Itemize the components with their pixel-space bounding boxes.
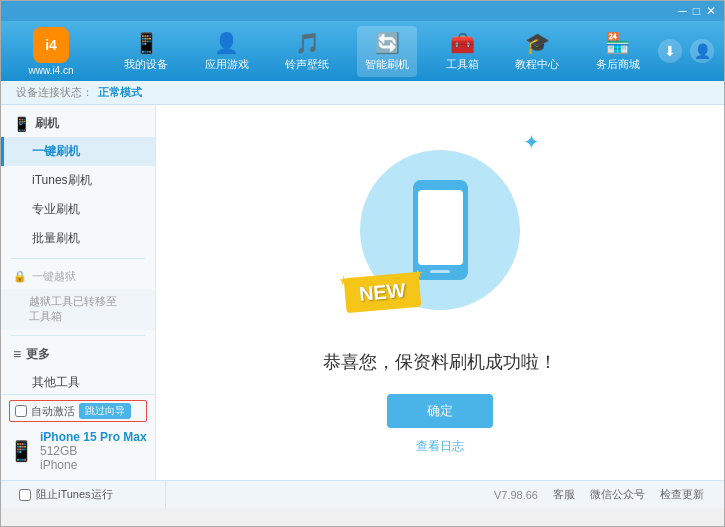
device-type: iPhone bbox=[40, 458, 147, 472]
download-button[interactable]: ⬇ bbox=[658, 39, 682, 63]
sidebar-divider-2 bbox=[11, 335, 145, 336]
nav-ringtones[interactable]: 🎵 铃声壁纸 bbox=[277, 26, 337, 77]
more-section-icon: ≡ bbox=[13, 346, 21, 362]
device-phone-icon: 📱 bbox=[9, 439, 34, 463]
phone-home-button bbox=[430, 270, 450, 273]
success-illustration: NEW ✦ bbox=[340, 130, 540, 330]
sidebar-divider-1 bbox=[11, 258, 145, 259]
smart-flash-icon: 🔄 bbox=[375, 31, 400, 55]
auto-activate-label: 自动激活 bbox=[31, 404, 75, 419]
maximize-icon[interactable]: □ bbox=[693, 4, 700, 18]
tutorial-icon: 🎓 bbox=[525, 31, 550, 55]
my-device-icon: 📱 bbox=[134, 31, 159, 55]
status-bar: 设备连接状态： 正常模式 bbox=[1, 81, 724, 105]
view-log-link[interactable]: 查看日志 bbox=[416, 438, 464, 455]
window-titlebar: ─ □ ✕ bbox=[1, 1, 724, 21]
sidebar-more-title: ≡ 更多 bbox=[1, 341, 155, 368]
sidebar-jailbreak-note: 越狱工具已转移至工具箱 bbox=[1, 289, 155, 330]
business-icon: 🏪 bbox=[605, 31, 630, 55]
window-controls: ─ □ ✕ bbox=[678, 4, 716, 18]
sidebar-jailbreak-disabled: 🔒 一键越狱 bbox=[1, 264, 155, 289]
logo-icon: i4 bbox=[33, 27, 69, 63]
skip-guide-button[interactable]: 跳过向导 bbox=[79, 403, 131, 419]
sidebar-device-section: 自动激活 跳过向导 📱 iPhone 15 Pro Max 512GB iPho… bbox=[1, 394, 155, 480]
device-info-row: 📱 iPhone 15 Pro Max 512GB iPhone bbox=[9, 427, 147, 475]
header-right: ⬇ 👤 bbox=[658, 39, 714, 63]
content-area: NEW ✦ 恭喜您，保资料刷机成功啦！ 确定 查看日志 bbox=[156, 105, 724, 480]
phone-body bbox=[413, 180, 468, 280]
nav-smart-flash[interactable]: 🔄 智能刷机 bbox=[357, 26, 417, 77]
nav-bar: 📱 我的设备 👤 应用游戏 🎵 铃声壁纸 🔄 智能刷机 🧰 工具箱 bbox=[106, 26, 658, 77]
close-icon[interactable]: ✕ bbox=[706, 4, 716, 18]
nav-toolbox[interactable]: 🧰 工具箱 bbox=[438, 26, 487, 77]
nav-my-device[interactable]: 📱 我的设备 bbox=[116, 26, 176, 77]
ringtones-icon: 🎵 bbox=[295, 31, 320, 55]
logo: i4 www.i4.cn bbox=[11, 27, 91, 76]
minimize-icon[interactable]: ─ bbox=[678, 4, 687, 18]
nav-tutorial[interactable]: 🎓 教程中心 bbox=[507, 26, 567, 77]
device-storage: 512GB bbox=[40, 444, 147, 458]
wechat-public-link[interactable]: 微信公众号 bbox=[590, 487, 645, 502]
sidebar-one-key-flash[interactable]: 一键刷机 bbox=[1, 137, 155, 166]
sidebar: 📱 刷机 一键刷机 iTunes刷机 专业刷机 批量刷机 bbox=[1, 105, 156, 480]
sparkles-decoration: ✦ bbox=[523, 130, 540, 154]
stop-itunes-label: 阻止iTunes运行 bbox=[36, 487, 113, 502]
phone-screen bbox=[418, 190, 463, 265]
bottom-right-section: V7.98.66 客服 微信公众号 检查更新 bbox=[166, 487, 714, 502]
bottom-bar: 阻止iTunes运行 V7.98.66 客服 微信公众号 检查更新 bbox=[1, 480, 724, 508]
flash-section-icon: 📱 bbox=[13, 116, 30, 132]
version-text: V7.98.66 bbox=[494, 489, 538, 501]
check-update-link[interactable]: 检查更新 bbox=[660, 487, 704, 502]
sidebar-pro-flash[interactable]: 专业刷机 bbox=[1, 195, 155, 224]
status-value: 正常模式 bbox=[98, 85, 142, 100]
lock-icon: 🔒 bbox=[13, 270, 27, 283]
toolbox-icon: 🧰 bbox=[450, 31, 475, 55]
sidebar-flash-title: 📱 刷机 bbox=[1, 110, 155, 137]
auto-activate-checkbox[interactable] bbox=[15, 405, 27, 417]
device-details: iPhone 15 Pro Max 512GB iPhone bbox=[40, 430, 147, 472]
sidebar-scroll: 📱 刷机 一键刷机 iTunes刷机 专业刷机 批量刷机 bbox=[1, 105, 155, 394]
header: i4 www.i4.cn 📱 我的设备 👤 应用游戏 🎵 铃声壁纸 bbox=[1, 21, 724, 81]
status-prefix: 设备连接状态： bbox=[16, 85, 93, 100]
apps-games-icon: 👤 bbox=[214, 31, 239, 55]
nav-apps-games[interactable]: 👤 应用游戏 bbox=[197, 26, 257, 77]
nav-business[interactable]: 🏪 务后商城 bbox=[588, 26, 648, 77]
new-badge: NEW bbox=[344, 272, 421, 313]
confirm-button[interactable]: 确定 bbox=[387, 394, 493, 428]
logo-subtitle: www.i4.cn bbox=[28, 65, 73, 76]
new-badge-text: NEW bbox=[358, 279, 406, 306]
account-button[interactable]: 👤 bbox=[690, 39, 714, 63]
sidebar-itunes-flash[interactable]: iTunes刷机 bbox=[1, 166, 155, 195]
success-message: 恭喜您，保资料刷机成功啦！ bbox=[323, 350, 557, 374]
auto-activate-row: 自动激活 跳过向导 bbox=[9, 400, 147, 422]
sidebar-batch-flash[interactable]: 批量刷机 bbox=[1, 224, 155, 253]
middle-section: 📱 刷机 一键刷机 iTunes刷机 专业刷机 批量刷机 bbox=[1, 105, 724, 480]
device-name: iPhone 15 Pro Max bbox=[40, 430, 147, 444]
customer-service-link[interactable]: 客服 bbox=[553, 487, 575, 502]
stop-itunes-checkbox[interactable] bbox=[19, 489, 31, 501]
sidebar-other-tools[interactable]: 其他工具 bbox=[1, 368, 155, 394]
bottom-left-section: 阻止iTunes运行 bbox=[11, 481, 166, 508]
